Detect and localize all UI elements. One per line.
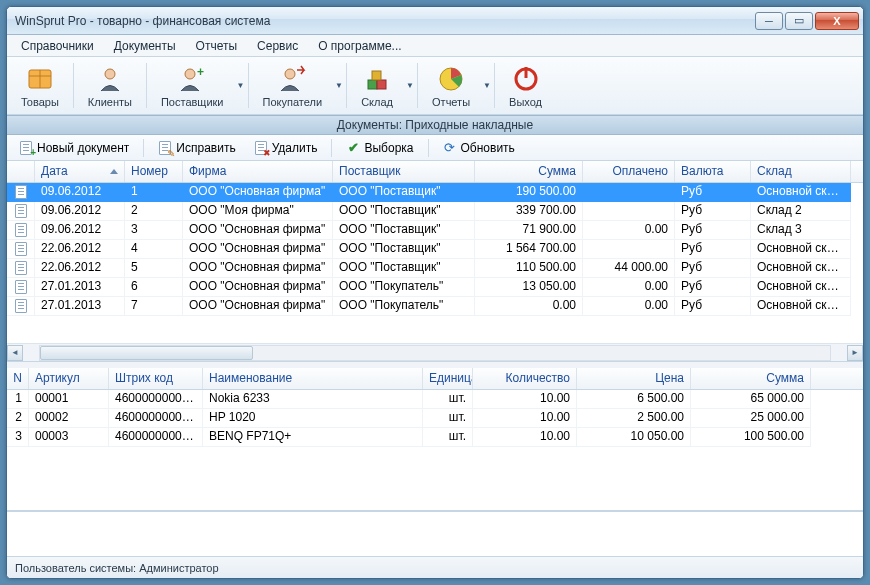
new-document-button[interactable]: Новый документ bbox=[11, 139, 137, 157]
table-row[interactable]: 22.06.20125ООО "Основная фирма"ООО "Пост… bbox=[7, 259, 863, 278]
scroll-right-button[interactable]: ► bbox=[847, 345, 863, 361]
minimize-button[interactable]: ─ bbox=[755, 12, 783, 30]
scroll-thumb[interactable] bbox=[40, 346, 253, 360]
chart-icon bbox=[435, 63, 467, 95]
stack-icon bbox=[361, 63, 393, 95]
table-row[interactable]: 1000014600000000121Nokia 6233шт.10.006 5… bbox=[7, 390, 863, 409]
tb-exit[interactable]: Выход bbox=[499, 59, 552, 112]
cell-sum: 110 500.00 bbox=[475, 259, 583, 278]
grid-body[interactable]: 1000014600000000121Nokia 6233шт.10.006 5… bbox=[7, 390, 863, 510]
dropdown-arrow-icon[interactable]: ▼ bbox=[234, 81, 244, 90]
table-row[interactable]: 27.01.20136ООО "Основная фирма"ООО "Поку… bbox=[7, 278, 863, 297]
cell-number: 1 bbox=[125, 183, 183, 202]
tb-warehouse[interactable]: Склад bbox=[351, 59, 403, 112]
cell-date: 09.06.2012 bbox=[35, 221, 125, 240]
menu-dictionaries[interactable]: Справочники bbox=[13, 37, 102, 55]
scroll-left-button[interactable]: ◄ bbox=[7, 345, 23, 361]
tb-clients[interactable]: Клиенты bbox=[78, 59, 142, 112]
col-unit[interactable]: Единица bbox=[423, 368, 473, 389]
table-row[interactable]: 09.06.20123ООО "Основная фирма"ООО "Пост… bbox=[7, 221, 863, 240]
menubar: Справочники Документы Отчеты Сервис О пр… bbox=[7, 35, 863, 57]
col-supplier[interactable]: Поставщик bbox=[333, 161, 475, 182]
menu-service[interactable]: Сервис bbox=[249, 37, 306, 55]
col-n[interactable]: N bbox=[7, 368, 29, 389]
cell-supplier: ООО "Поставщик" bbox=[333, 202, 475, 221]
col-date[interactable]: Дата bbox=[35, 161, 125, 182]
cell-firm: ООО "Основная фирма" bbox=[183, 183, 333, 202]
check-icon: ✔ bbox=[346, 141, 360, 155]
scroll-track[interactable] bbox=[39, 345, 831, 361]
col-icon[interactable] bbox=[7, 161, 35, 182]
cell-currency: Руб bbox=[675, 202, 751, 221]
cell-paid: 0.00 bbox=[583, 297, 675, 316]
col-currency[interactable]: Валюта bbox=[675, 161, 751, 182]
col-name[interactable]: Наименование bbox=[203, 368, 423, 389]
col-number[interactable]: Номер bbox=[125, 161, 183, 182]
selection-button[interactable]: ✔ Выборка bbox=[338, 139, 421, 157]
cell-name: HP 1020 bbox=[203, 409, 423, 428]
grid-body[interactable]: 09.06.20121ООО "Основная фирма"ООО "Пост… bbox=[7, 183, 863, 343]
cell-date: 27.01.2013 bbox=[35, 297, 125, 316]
row-doc-icon bbox=[7, 221, 35, 240]
row-doc-icon bbox=[7, 240, 35, 259]
table-row[interactable]: 09.06.20121ООО "Основная фирма"ООО "Пост… bbox=[7, 183, 863, 202]
dropdown-arrow-icon[interactable]: ▼ bbox=[480, 81, 490, 90]
col-firm[interactable]: Фирма bbox=[183, 161, 333, 182]
tb-suppliers[interactable]: + Поставщики bbox=[151, 59, 234, 112]
empty-area bbox=[7, 511, 863, 556]
cell-unit: шт. bbox=[423, 409, 473, 428]
menu-documents[interactable]: Документы bbox=[106, 37, 184, 55]
cell-warehouse: Основной склад bbox=[751, 183, 851, 202]
col-price[interactable]: Цена bbox=[577, 368, 691, 389]
cell-number: 5 bbox=[125, 259, 183, 278]
table-row[interactable]: 09.06.20122ООО "Моя фирма"ООО "Поставщик… bbox=[7, 202, 863, 221]
tb-goods[interactable]: Товары bbox=[11, 59, 69, 112]
edit-document-button[interactable]: Исправить bbox=[150, 139, 243, 157]
dropdown-arrow-icon[interactable]: ▼ bbox=[403, 81, 413, 90]
cell-sum: 190 500.00 bbox=[475, 183, 583, 202]
cell-currency: Руб bbox=[675, 240, 751, 259]
table-row[interactable]: 2000024600000000107HP 1020шт.10.002 500.… bbox=[7, 409, 863, 428]
col-article[interactable]: Артикул bbox=[29, 368, 109, 389]
doc-delete-icon bbox=[254, 141, 268, 155]
cell-paid: 0.00 bbox=[583, 278, 675, 297]
titlebar[interactable]: WinSprut Pro - товарно - финансовая сист… bbox=[7, 7, 863, 35]
cell-n: 1 bbox=[7, 390, 29, 409]
btn-label: Удалить bbox=[272, 141, 318, 155]
cell-barcode: 4600000000077 bbox=[109, 428, 203, 447]
cell-name: BENQ FP71Q+ bbox=[203, 428, 423, 447]
col-warehouse[interactable]: Склад bbox=[751, 161, 851, 182]
cell-warehouse: Основной склад bbox=[751, 278, 851, 297]
col-paid[interactable]: Оплачено bbox=[583, 161, 675, 182]
cell-currency: Руб bbox=[675, 259, 751, 278]
cell-currency: Руб bbox=[675, 297, 751, 316]
table-row[interactable]: 27.01.20137ООО "Основная фирма"ООО "Поку… bbox=[7, 297, 863, 316]
col-qty[interactable]: Количество bbox=[473, 368, 577, 389]
cell-firm: ООО "Основная фирма" bbox=[183, 259, 333, 278]
tb-buyers[interactable]: Покупатели bbox=[253, 59, 333, 112]
col-sum[interactable]: Сумма bbox=[475, 161, 583, 182]
cell-warehouse: Основной склад bbox=[751, 297, 851, 316]
tb-reports[interactable]: Отчеты bbox=[422, 59, 480, 112]
cell-warehouse: Основной склад bbox=[751, 240, 851, 259]
tb-label: Поставщики bbox=[161, 96, 224, 108]
table-row[interactable]: 22.06.20124ООО "Основная фирма"ООО "Пост… bbox=[7, 240, 863, 259]
col-barcode[interactable]: Штрих код bbox=[109, 368, 203, 389]
maximize-button[interactable]: ▭ bbox=[785, 12, 813, 30]
h-scrollbar[interactable]: ◄ ► bbox=[7, 343, 863, 361]
cell-firm: ООО "Основная фирма" bbox=[183, 278, 333, 297]
delete-document-button[interactable]: Удалить bbox=[246, 139, 326, 157]
col-total[interactable]: Сумма bbox=[691, 368, 811, 389]
box-icon bbox=[24, 63, 56, 95]
menu-about[interactable]: О программе... bbox=[310, 37, 409, 55]
cell-currency: Руб bbox=[675, 221, 751, 240]
cell-supplier: ООО "Поставщик" bbox=[333, 221, 475, 240]
svg-text:+: + bbox=[197, 65, 204, 79]
menu-reports[interactable]: Отчеты bbox=[188, 37, 245, 55]
svg-rect-9 bbox=[372, 71, 381, 80]
cell-warehouse: Основной склад bbox=[751, 259, 851, 278]
close-button[interactable]: X bbox=[815, 12, 859, 30]
table-row[interactable]: 3000034600000000077BENQ FP71Q+шт.10.0010… bbox=[7, 428, 863, 447]
dropdown-arrow-icon[interactable]: ▼ bbox=[332, 81, 342, 90]
refresh-button[interactable]: ⟳ Обновить bbox=[435, 139, 523, 157]
